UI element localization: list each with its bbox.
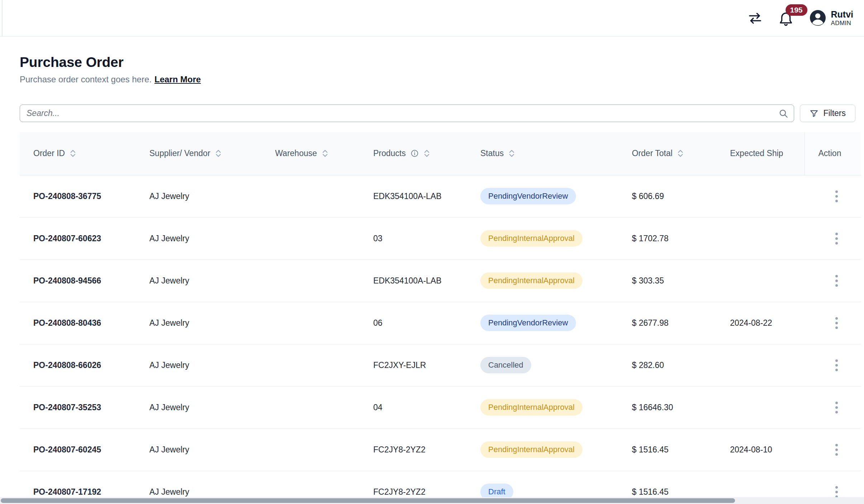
order-id-link[interactable]: PO-240807-35253 — [33, 403, 101, 412]
order-id-link[interactable]: PO-240808-36775 — [33, 192, 101, 201]
kebab-dot — [835, 359, 838, 362]
search-box — [20, 105, 794, 122]
products-cell: FC2JXY-EJLR — [360, 344, 467, 386]
column-header-action: Action — [805, 132, 861, 175]
order-id-link[interactable]: PO-240808-80436 — [33, 318, 101, 328]
status-badge: PendingInternalApproval — [480, 441, 582, 458]
sort-icon — [215, 149, 222, 158]
row-actions-button[interactable] — [832, 187, 841, 206]
filters-button[interactable]: Filters — [800, 105, 855, 122]
row-actions-button[interactable] — [832, 229, 841, 248]
order-id-link[interactable]: PO-240807-17192 — [33, 487, 101, 496]
column-label: Supplier/ Vendor — [149, 149, 210, 158]
column-header-warehouse[interactable]: Warehouse — [261, 132, 360, 175]
order-id-link[interactable]: PO-240807-60623 — [33, 234, 101, 243]
sort-icon — [322, 149, 328, 158]
sidebar-edge — [2, 0, 3, 36]
table-row: PO-240808-66026 AJ Jewelry FC2JXY-EJLR C… — [20, 344, 861, 386]
expected-ship-cell — [716, 175, 805, 217]
horizontal-scrollbar-thumb[interactable] — [1, 498, 735, 503]
kebab-dot — [835, 369, 838, 371]
kebab-dot — [835, 322, 838, 324]
status-badge: PendingInternalApproval — [480, 399, 582, 416]
kebab-dot — [835, 444, 838, 446]
supplier-cell: AJ Jewelry — [136, 260, 261, 302]
order-total-cell: $ 282.60 — [618, 344, 716, 386]
status-badge: PendingInternalApproval — [480, 230, 582, 247]
products-cell: EDK354100A-LAB — [360, 260, 467, 302]
supplier-cell: AJ Jewelry — [136, 175, 261, 217]
order-total-cell: $ 16646.30 — [618, 386, 716, 428]
products-cell: FC2JY8-2YZ2 — [360, 428, 467, 471]
expected-ship-cell: 2024-08-10 — [716, 428, 805, 471]
notifications-button[interactable]: 195 — [778, 10, 794, 26]
notification-count-badge: 195 — [786, 4, 807, 16]
warehouse-cell — [261, 386, 360, 428]
supplier-cell: AJ Jewelry — [136, 217, 261, 260]
order-id-link[interactable]: PO-240808-66026 — [33, 360, 101, 370]
expected-ship-cell — [716, 217, 805, 260]
search-input[interactable] — [20, 105, 794, 122]
order-total-cell: $ 1516.45 — [618, 428, 716, 471]
kebab-dot — [835, 195, 838, 198]
user-avatar-icon — [809, 9, 826, 26]
topbar: 195 Rutvi ADMIN — [0, 0, 864, 37]
kebab-dot — [835, 237, 838, 240]
table-row: PO-240807-60245 AJ Jewelry FC2JY8-2YZ2 P… — [20, 428, 861, 471]
supplier-cell: AJ Jewelry — [136, 344, 261, 386]
learn-more-link[interactable]: Learn More — [154, 74, 201, 84]
kebab-dot — [835, 449, 838, 451]
table-row: PO-240807-60623 AJ Jewelry 03 PendingInt… — [20, 217, 861, 260]
expected-ship-cell — [716, 386, 805, 428]
subtitle-text: Purchase order context goes here. — [20, 74, 152, 84]
row-actions-button[interactable] — [832, 398, 841, 417]
kebab-dot — [835, 406, 838, 409]
kebab-dot — [835, 326, 838, 329]
status-badge: PendingVendorReview — [480, 315, 576, 331]
column-header-supplier[interactable]: Supplier/ Vendor — [136, 132, 261, 175]
column-header-expected-ship[interactable]: Expected Ship — [716, 132, 805, 175]
column-header-products[interactable]: Products — [360, 132, 467, 175]
status-badge: Cancelled — [480, 357, 531, 373]
supplier-cell: AJ Jewelry — [136, 302, 261, 344]
expected-ship-cell — [716, 260, 805, 302]
kebab-dot — [835, 200, 838, 202]
column-label: Action — [819, 149, 841, 158]
kebab-dot — [835, 233, 838, 235]
column-label: Order Total — [632, 149, 672, 158]
row-actions-button[interactable] — [832, 356, 841, 375]
order-total-cell: $ 1702.78 — [618, 217, 716, 260]
column-header-status[interactable]: Status — [467, 132, 618, 175]
expected-ship-cell: 2024-08-22 — [716, 302, 805, 344]
status-badge: PendingInternalApproval — [480, 272, 582, 289]
kebab-dot — [835, 284, 838, 287]
row-actions-button[interactable] — [832, 314, 841, 333]
user-meta: Rutvi ADMIN — [831, 9, 854, 27]
user-name: Rutvi — [831, 9, 854, 20]
order-total-cell: $ 2677.98 — [618, 302, 716, 344]
user-role: ADMIN — [831, 20, 854, 27]
warehouse-cell — [261, 344, 360, 386]
row-actions-button[interactable] — [832, 271, 841, 290]
swap-arrows-icon[interactable] — [748, 12, 763, 24]
column-header-order-id[interactable]: Order ID — [20, 132, 136, 175]
sort-icon — [677, 149, 684, 158]
warehouse-cell — [261, 302, 360, 344]
order-id-link[interactable]: PO-240808-94566 — [33, 276, 101, 285]
info-icon[interactable] — [411, 149, 419, 158]
order-id-link[interactable]: PO-240807-60245 — [33, 445, 101, 454]
horizontal-scrollbar[interactable] — [0, 497, 864, 504]
supplier-cell: AJ Jewelry — [136, 386, 261, 428]
filter-funnel-icon — [810, 109, 819, 118]
table-body: PO-240808-36775 AJ Jewelry EDK354100A-LA… — [20, 175, 861, 504]
status-badge: PendingVendorReview — [480, 188, 576, 204]
column-header-order-total[interactable]: Order Total — [618, 132, 716, 175]
kebab-dot — [835, 190, 838, 193]
row-actions-button[interactable] — [832, 440, 841, 459]
table-row: PO-240808-36775 AJ Jewelry EDK354100A-LA… — [20, 175, 861, 217]
user-menu[interactable]: Rutvi ADMIN — [809, 9, 854, 27]
kebab-dot — [835, 411, 838, 413]
page-title: Purchase Order — [20, 54, 855, 70]
order-total-cell: $ 303.35 — [618, 260, 716, 302]
warehouse-cell — [261, 217, 360, 260]
